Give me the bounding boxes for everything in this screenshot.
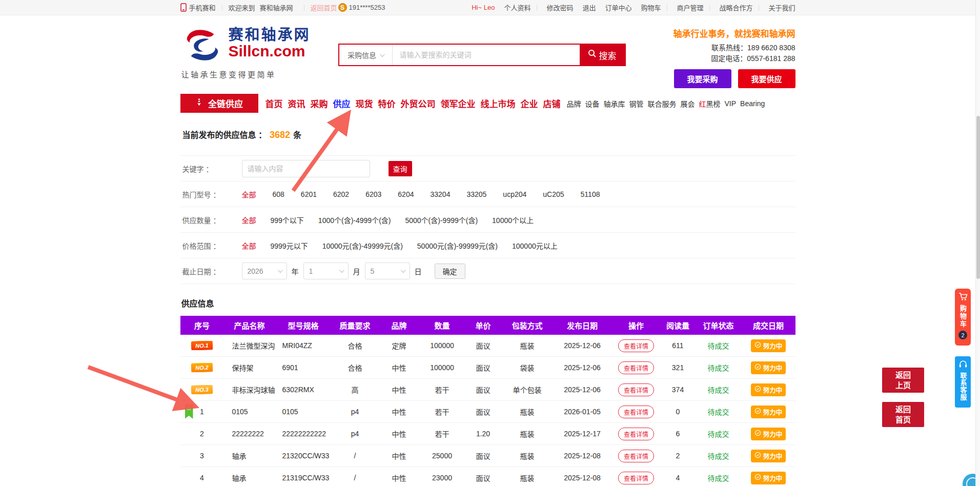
price-option[interactable]: 50000元(含)-99999元(含)	[417, 240, 498, 251]
deal-status-badge[interactable]: 努力中	[751, 428, 786, 440]
hot-model-option[interactable]: 6201	[301, 190, 317, 198]
nav-item[interactable]: 领军企业	[441, 97, 476, 110]
nav-sub-item[interactable]: 钢管	[629, 98, 644, 109]
nav-item[interactable]: 线上市场	[481, 97, 516, 110]
member-phone: 191****5253	[349, 4, 385, 11]
floating-cart-widget[interactable]: 购物车 2	[955, 289, 971, 346]
day-select[interactable]: 5	[365, 262, 410, 279]
back-to-home-button[interactable]: 返回首页	[882, 402, 924, 427]
view-details-button[interactable]: 查看详情	[618, 339, 654, 352]
scrollbar-thumb[interactable]	[976, 116, 980, 279]
nav-item[interactable]: 首页	[266, 97, 283, 110]
hot-model-option[interactable]: 6203	[365, 190, 381, 198]
view-details-button[interactable]: 查看详情	[618, 406, 654, 418]
full-chain-supply-button[interactable]: 全链供应	[180, 94, 258, 113]
price-option[interactable]: 10000元(含)-49999元(含)	[322, 240, 403, 251]
publish-date: 2025-12-06	[553, 363, 612, 372]
hot-model-option[interactable]: ucp204	[503, 190, 526, 198]
nav-item[interactable]: 现货	[356, 97, 373, 110]
want-to-supply-button[interactable]: 我要供应	[738, 69, 795, 88]
view-details-button[interactable]: 查看详情	[618, 428, 654, 440]
hot-model-option[interactable]: 6204	[398, 190, 414, 198]
nav-sub-item[interactable]: 轴承库	[604, 98, 625, 109]
month-select[interactable]: 1	[303, 262, 349, 279]
product-name[interactable]: 法兰微型深沟球轴承	[224, 340, 275, 351]
keyword-input[interactable]	[242, 160, 370, 177]
nav-sub-item[interactable]: 红黑榜	[699, 98, 721, 109]
hot-model-option[interactable]: 全部	[242, 189, 256, 199]
mobile-site-link[interactable]: 手机赛和	[180, 3, 216, 12]
confirm-date-button[interactable]: 确定	[435, 264, 465, 279]
floating-service-widget[interactable]: 联系客服	[955, 356, 971, 408]
quantity-option[interactable]: 999个以下	[271, 215, 304, 225]
view-details-button[interactable]: 查看详情	[618, 361, 654, 374]
topbar-link[interactable]: 修改密码	[546, 3, 573, 12]
deal-status-badge[interactable]: 努力中	[751, 383, 786, 396]
nav-item[interactable]: 企业	[521, 97, 538, 110]
hot-model-option[interactable]: 608	[273, 190, 284, 198]
nav-sub-item[interactable]: 设备	[585, 98, 600, 109]
back-to-previous-page-button[interactable]: 返回上页	[882, 368, 924, 393]
year-select[interactable]: 2026	[242, 262, 287, 279]
nav-sub-item[interactable]: 品牌	[567, 98, 581, 109]
topbar-link[interactable]: 商户管理	[677, 3, 710, 12]
view-details-button[interactable]: 查看详情	[618, 472, 654, 484]
product-name[interactable]: 非标深沟球轴承	[224, 384, 275, 395]
product-name[interactable]: 保持架	[224, 362, 275, 373]
nav-sub-item[interactable]: VIP	[725, 99, 737, 108]
query-button[interactable]: 查询	[389, 161, 412, 176]
product-name[interactable]: 0105	[224, 408, 275, 416]
quantity-option[interactable]: 10000个以上	[492, 215, 534, 225]
nav-item[interactable]: 外贸公司	[401, 97, 436, 110]
hot-model-option[interactable]: 33204	[430, 190, 450, 198]
deal-status-badge[interactable]: 努力中	[751, 406, 786, 418]
hot-model-option[interactable]: 6202	[333, 190, 349, 198]
nav-item[interactable]: 供应	[333, 97, 351, 110]
want-to-buy-button[interactable]: 我要采购	[674, 69, 731, 88]
topbar: 手机赛和 欢迎来到 赛和轴承网 返回首页 S 191****5253 Hi~ L…	[0, 0, 975, 15]
topbar-link[interactable]: 退出	[582, 3, 596, 12]
nav-sub-item[interactable]: Bearing	[740, 99, 765, 108]
product-name[interactable]: 轴承	[224, 473, 275, 483]
contact-block: 轴承行业事务，就找赛和轴承网 联系热线：189 6620 8308 固定电话：0…	[673, 27, 795, 88]
hot-model-option[interactable]: 51108	[581, 190, 600, 198]
cart-count-badge: 2	[958, 331, 967, 339]
deal-status-badge[interactable]: 努力中	[751, 361, 786, 374]
view-details-button[interactable]: 查看详情	[618, 450, 654, 462]
topbar-link[interactable]: 战略合作方	[719, 3, 759, 12]
quantity-option[interactable]: 全部	[242, 215, 256, 225]
search-input[interactable]	[393, 45, 580, 65]
back-home-link[interactable]: 返回首页	[311, 3, 337, 12]
nav-sub-item[interactable]: 联合服务	[648, 98, 677, 109]
topbar-link[interactable]: 购物车	[641, 3, 667, 12]
price-option[interactable]: 全部	[242, 240, 256, 251]
nav-item[interactable]: 店铺	[543, 97, 561, 110]
quality-requirement: p4	[332, 408, 379, 416]
nav-item[interactable]: 资讯	[288, 97, 305, 110]
site-logo[interactable]: 赛和轴承网 Sillcn.com	[180, 27, 311, 66]
price-option[interactable]: 9999元以下	[271, 240, 308, 251]
quantity-option[interactable]: 5000个(含)-9999个(含)	[405, 215, 478, 225]
topbar-link[interactable]: 关于我们	[768, 3, 795, 12]
hot-model-option[interactable]: uC205	[543, 190, 564, 198]
deal-status-badge[interactable]: 努力中	[751, 450, 786, 462]
nav-item[interactable]: 特价	[378, 97, 396, 110]
model-spec: 21319CC/W33	[275, 474, 332, 482]
search-category-select[interactable]: 采购信息	[339, 45, 393, 65]
view-count: 611	[661, 341, 696, 350]
topbar-link[interactable]: 订单中心	[605, 3, 631, 12]
quantity-option[interactable]: 1000个(含)-4999个(含)	[318, 215, 391, 225]
table-header-cell: 数量	[420, 320, 465, 331]
topbar-link[interactable]: 个人资料	[504, 3, 537, 12]
nav-item[interactable]: 采购	[311, 97, 328, 110]
nav-sub-item[interactable]: 展会	[681, 98, 695, 109]
price-option[interactable]: 100000元以上	[512, 240, 558, 251]
hot-model-option[interactable]: 33205	[466, 190, 486, 198]
deal-status-badge[interactable]: 努力中	[751, 472, 786, 484]
product-name[interactable]: 轴承	[224, 451, 275, 461]
product-name[interactable]: 22222222	[224, 430, 275, 438]
deal-status-badge[interactable]: 努力中	[751, 339, 786, 352]
view-details-button[interactable]: 查看详情	[618, 383, 654, 396]
brand: 中性	[379, 429, 420, 439]
search-button[interactable]: 搜索	[580, 45, 625, 65]
